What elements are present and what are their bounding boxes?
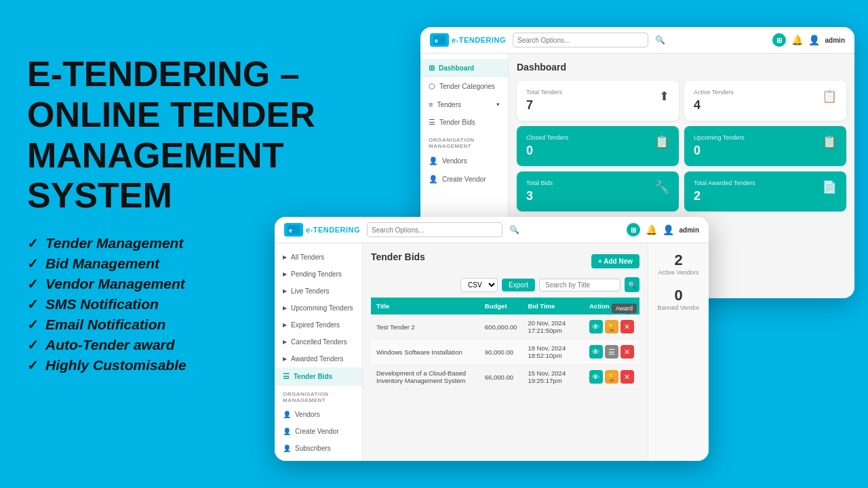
logo-icon: e [430,33,449,47]
sidebar-bids-label: Tender Bids [439,119,475,126]
active-tenders-icon: 📋 [822,89,837,104]
row2-list-btn[interactable]: ☰ [605,345,618,359]
card-closed-tenders: Closed Tenders 0 📋 [517,126,679,166]
pending-arrow: ▶ [283,271,287,277]
card-total-bids-value: 3 [526,189,553,203]
bids-sidebar-pending[interactable]: ▶ Pending Tenders [275,266,362,283]
row3-delete-btn[interactable]: ✕ [620,370,634,384]
row3-title: Development of a Cloud-Based Inventory M… [371,365,479,390]
cancelled-label: Cancelled Tenders [291,338,347,346]
row3-view-btn[interactable]: 👁 [589,370,603,384]
bids-notif-icon[interactable]: ⊞ [627,223,640,237]
row2-actions: 👁 ☰ ✕ [584,340,639,365]
sidebar-item-tender-categories[interactable]: ⬡ Tender Categories [420,77,508,96]
dashboard-search-input[interactable] [513,33,648,47]
card-upcoming-tenders: Upcoming Tenders 0 📋 [684,126,846,166]
topbar-icons: ⊞ 🔔 👤 admin [772,33,845,47]
row1-award-btn[interactable]: 🏆 [605,320,618,333]
sidebar-tenders-label: Tenders [437,101,461,108]
add-new-button[interactable]: + Add New [591,254,639,268]
bids-search-input[interactable] [367,222,502,237]
awarded-arrow: ▶ [283,356,287,362]
bids-admin-label: admin [679,226,699,234]
row2-bid-time: 18 Nov, 2024 18:52:10pm [522,340,584,365]
csv-select[interactable]: CSV [460,278,498,292]
card-active-tenders: Active Tenders 4 📋 [684,81,846,121]
expired-label: Expired Tenders [291,321,340,329]
col-budget: Budget [479,298,523,314]
row2-budget: 90,000.00 [479,340,523,365]
awarded-tenders-icon: 📄 [822,180,837,195]
bids-table: Title Budget Bid Time Action Test Tender… [371,298,639,390]
dashboard-logo: e e-TENDERING [430,33,506,47]
card-total-tenders-label: Total Tenders [526,89,562,96]
bids-header-row: Tender Bids + Add New [371,251,639,270]
bids-icon: ☰ [429,118,435,127]
cancelled-arrow: ▶ [283,339,287,345]
bids-sidebar-awarded[interactable]: ▶ Awarded Tenders [275,350,362,367]
col-bid-time: Bid Time [522,298,584,314]
dashboard-cards: Total Tenders 7 ⬆ Active Tenders 4 📋 [517,81,846,211]
row1-action-btns: 👁 🏆 ✕ Award [589,320,634,333]
bids-bell-icon[interactable]: 🔔 [646,224,657,235]
dashboard-icon: ⊞ [429,64,435,73]
sidebar-item-tenders[interactable]: ≡ Tenders ▾ [420,96,508,113]
bids-search-button[interactable]: 🔍 [625,277,639,292]
bids-user-icon[interactable]: 👤 [663,224,674,235]
table-row: Test Tender 2 600,000.00 20 Nov, 2024 17… [371,314,639,340]
user-icon[interactable]: 👤 [808,35,820,45]
bids-sidebar-upcoming[interactable]: ▶ Upcomming Tenders [275,300,362,317]
bids-sidebar-cancelled[interactable]: ▶ Cancelled Tenders [275,333,362,350]
row1-budget: 600,000.00 [479,314,523,340]
sidebar-dashboard-label: Dashboard [439,64,474,72]
dashboard-topbar: e e-TENDERING 🔍 ⊞ 🔔 👤 admin [420,27,854,54]
bids-sidebar-subscribers[interactable]: 👤 Subscribers [275,440,362,457]
search-icon[interactable]: 🔍 [655,35,665,45]
row2-delete-btn[interactable]: ✕ [620,345,634,359]
main-title: E-TENDERING – ONLINE TENDER MANAGEMENT S… [27,54,420,216]
bids-sidebar-create-vendor[interactable]: 👤 Create Vendor [275,423,362,440]
bids-main: Tender Bids + Add New CSV Export 🔍 Title… [363,243,648,461]
all-tenders-label: All Tenders [291,253,324,261]
bids-search-field[interactable] [539,279,620,291]
create-vendor-icon: 👤 [429,175,438,184]
row3-award-btn[interactable]: 🏆 [605,370,618,384]
row1-delete-btn[interactable]: ✕ [620,320,634,333]
sidebar-categories-label: Tender Categories [439,83,495,90]
row1-view-btn[interactable]: 👁 [589,320,603,333]
notification-icon[interactable]: ⊞ [772,33,786,47]
card-total-bids: Total Bids 3 🔧 [517,171,679,211]
card-total-awarded-label: Total Awarded Tenders [694,180,755,186]
bids-sidebar-tender-bids[interactable]: ☰ Tender Bids [275,367,362,386]
closed-tenders-icon: 📋 [654,134,669,149]
card-total-bids-label: Total Bids [526,180,553,186]
bell-icon[interactable]: 🔔 [791,35,803,45]
bids-sidebar-live[interactable]: ▶ Live Tenders [275,283,362,300]
row2-view-btn[interactable]: 👁 [589,345,603,359]
bids-search-icon[interactable]: 🔍 [509,225,519,235]
card-total-tenders: Total Tenders 7 ⬆ [517,81,679,121]
row1-actions: 👁 🏆 ✕ Award [584,314,639,340]
svg-text:e: e [289,227,292,234]
sidebar-item-tender-bids[interactable]: ☰ Tender Bids [420,113,508,131]
bids-window: e e-TENDERING 🔍 ⊞ 🔔 👤 admin ▶ All Tender… [275,217,709,461]
tender-bids-label: Tender Bids [294,373,332,380]
card-closed-tenders-value: 0 [526,144,568,158]
sidebar-item-create-vendor[interactable]: 👤 Create Vendor [420,170,508,188]
right-mini-panel: 2 Active Vendors 0 Banned Vendor [648,243,709,461]
bids-sidebar-all-tenders[interactable]: ▶ All Tenders [275,249,362,266]
sidebar-item-vendors[interactable]: 👤 Vendors [420,152,508,170]
card-upcoming-tenders-value: 0 [694,144,745,158]
tenders-icon: ≡ [429,100,433,108]
sidebar-item-dashboard[interactable]: ⊞ Dashboard [420,59,508,77]
categories-icon: ⬡ [429,82,435,91]
export-button[interactable]: Export [502,279,535,291]
bids-sidebar-vendors[interactable]: 👤 Vendors [275,406,362,423]
live-label: Live Tenders [291,287,330,295]
bids-logo-text: e-TENDERING [306,226,360,234]
bids-sidebar-expired[interactable]: ▶ Expired Tenders [275,317,362,333]
table-row: Development of a Cloud-Based Inventory M… [371,365,639,390]
svg-text:e: e [435,37,438,44]
card-active-tenders-value: 4 [694,98,734,113]
card-total-awarded-value: 2 [694,189,755,203]
